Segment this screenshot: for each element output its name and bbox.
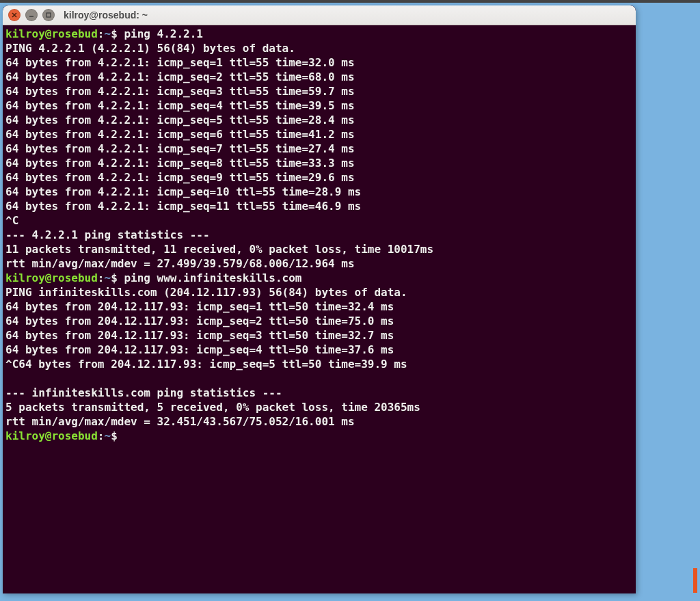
- terminal-window: kilroy@rosebud: ~ kilroy@rosebud:~$ ping…: [3, 5, 636, 593]
- ping-reply: 64 bytes from 4.2.2.1: icmp_seq=1 ttl=55…: [5, 56, 355, 69]
- command-line: kilroy@rosebud:~$ ping 4.2.2.1: [5, 27, 203, 40]
- ping-reply: 64 bytes from 4.2.2.1: icmp_seq=3 ttl=55…: [5, 85, 355, 98]
- ping-header: PING infiniteskills.com (204.12.117.93) …: [5, 286, 407, 299]
- ping-reply: 64 bytes from 4.2.2.1: icmp_seq=5 ttl=55…: [5, 113, 355, 126]
- ping-reply: 64 bytes from 204.12.117.93: icmp_seq=3 …: [5, 329, 394, 342]
- ping-reply: 64 bytes from 4.2.2.1: icmp_seq=2 ttl=55…: [5, 70, 355, 83]
- ping-reply: 64 bytes from 4.2.2.1: icmp_seq=10 ttl=5…: [5, 185, 361, 198]
- ping-reply: 64 bytes from 4.2.2.1: icmp_seq=4 ttl=55…: [5, 99, 355, 112]
- stats-header: --- infiniteskills.com ping statistics -…: [5, 386, 282, 399]
- ping-reply: 64 bytes from 204.12.117.93: icmp_seq=2 …: [5, 315, 394, 328]
- prompt: kilroy@rosebud:~$: [5, 271, 124, 284]
- minimize-button[interactable]: [25, 9, 38, 21]
- desktop: kilroy@rosebud: ~ kilroy@rosebud:~$ ping…: [0, 0, 700, 601]
- maximize-icon: [46, 12, 51, 18]
- terminal-body[interactable]: kilroy@rosebud:~$ ping 4.2.2.1 PING 4.2.…: [3, 25, 636, 593]
- stats-line: rtt min/avg/max/mdev = 27.499/39.579/68.…: [5, 257, 355, 270]
- command-line[interactable]: kilroy@rosebud:~$: [5, 429, 124, 442]
- svg-rect-3: [46, 13, 51, 17]
- ping-header: PING 4.2.2.1 (4.2.2.1) 56(84) bytes of d…: [5, 42, 295, 55]
- close-button[interactable]: [8, 9, 21, 21]
- maximize-button[interactable]: [42, 9, 55, 21]
- window-title: kilroy@rosebud: ~: [64, 10, 148, 21]
- prompt: kilroy@rosebud:~$: [5, 429, 124, 442]
- ping-reply: 64 bytes from 4.2.2.1: icmp_seq=11 ttl=5…: [5, 200, 361, 213]
- command-line: kilroy@rosebud:~$ ping www.infiniteskill…: [5, 271, 302, 284]
- prompt: kilroy@rosebud:~$: [5, 27, 124, 40]
- stats-line: rtt min/avg/max/mdev = 32.451/43.567/75.…: [5, 415, 355, 428]
- ping-reply: 64 bytes from 4.2.2.1: icmp_seq=8 ttl=55…: [5, 157, 355, 170]
- ping-reply: 64 bytes from 4.2.2.1: icmp_seq=7 ttl=55…: [5, 142, 355, 155]
- stats-line: 5 packets transmitted, 5 received, 0% pa…: [5, 401, 420, 414]
- close-icon: [12, 12, 17, 18]
- interrupt: ^C: [5, 214, 18, 227]
- stats-header: --- 4.2.2.1 ping statistics ---: [5, 228, 210, 241]
- minimize-icon: [29, 12, 34, 18]
- resize-handle[interactable]: [693, 568, 697, 593]
- ping-reply: 64 bytes from 4.2.2.1: icmp_seq=6 ttl=55…: [5, 128, 355, 141]
- command-text: ping www.infiniteskills.com: [124, 271, 301, 284]
- command-text: ping 4.2.2.1: [124, 27, 203, 40]
- ping-reply: 64 bytes from 204.12.117.93: icmp_seq=4 …: [5, 343, 394, 356]
- ping-reply: 64 bytes from 204.12.117.93: icmp_seq=1 …: [5, 300, 394, 313]
- desktop-topbar: [0, 0, 700, 3]
- interrupt-reply: ^C64 bytes from 204.12.117.93: icmp_seq=…: [5, 358, 407, 371]
- stats-line: 11 packets transmitted, 11 received, 0% …: [5, 243, 433, 256]
- ping-reply: 64 bytes from 4.2.2.1: icmp_seq=9 ttl=55…: [5, 171, 355, 184]
- titlebar[interactable]: kilroy@rosebud: ~: [3, 5, 636, 25]
